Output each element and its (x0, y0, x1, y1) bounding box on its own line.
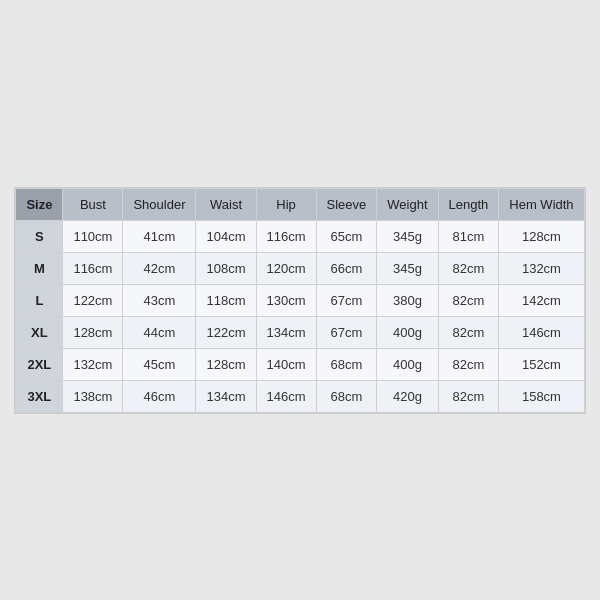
size-label: S (16, 220, 63, 252)
table-cell: 122cm (196, 316, 256, 348)
column-header-length: Length (438, 188, 499, 220)
table-cell: 65cm (316, 220, 377, 252)
table-row: 3XL138cm46cm134cm146cm68cm420g82cm158cm (16, 380, 584, 412)
table-cell: 66cm (316, 252, 377, 284)
table-cell: 46cm (123, 380, 196, 412)
table-cell: 380g (377, 284, 438, 316)
column-header-shoulder: Shoulder (123, 188, 196, 220)
table-cell: 68cm (316, 348, 377, 380)
table-cell: 41cm (123, 220, 196, 252)
table-cell: 128cm (196, 348, 256, 380)
table-cell: 82cm (438, 380, 499, 412)
table-cell: 82cm (438, 316, 499, 348)
table-cell: 140cm (256, 348, 316, 380)
table-cell: 152cm (499, 348, 584, 380)
table-cell: 110cm (63, 220, 123, 252)
table-cell: 420g (377, 380, 438, 412)
column-header-hem-width: Hem Width (499, 188, 584, 220)
column-header-hip: Hip (256, 188, 316, 220)
column-header-sleeve: Sleeve (316, 188, 377, 220)
table-cell: 104cm (196, 220, 256, 252)
table-cell: 128cm (499, 220, 584, 252)
table-row: L122cm43cm118cm130cm67cm380g82cm142cm (16, 284, 584, 316)
table-cell: 82cm (438, 348, 499, 380)
table-row: M116cm42cm108cm120cm66cm345g82cm132cm (16, 252, 584, 284)
table-cell: 44cm (123, 316, 196, 348)
table-cell: 42cm (123, 252, 196, 284)
size-label: XL (16, 316, 63, 348)
column-header-size: Size (16, 188, 63, 220)
size-label: L (16, 284, 63, 316)
table-cell: 128cm (63, 316, 123, 348)
column-header-bust: Bust (63, 188, 123, 220)
size-label: M (16, 252, 63, 284)
table-cell: 132cm (499, 252, 584, 284)
table-cell: 345g (377, 252, 438, 284)
table-row: XL128cm44cm122cm134cm67cm400g82cm146cm (16, 316, 584, 348)
table-cell: 82cm (438, 252, 499, 284)
table-cell: 158cm (499, 380, 584, 412)
table-cell: 67cm (316, 316, 377, 348)
table-cell: 68cm (316, 380, 377, 412)
table-cell: 400g (377, 316, 438, 348)
table-cell: 43cm (123, 284, 196, 316)
table-cell: 142cm (499, 284, 584, 316)
size-label: 2XL (16, 348, 63, 380)
table-cell: 146cm (499, 316, 584, 348)
column-header-waist: Waist (196, 188, 256, 220)
table-cell: 122cm (63, 284, 123, 316)
table-cell: 134cm (196, 380, 256, 412)
table-cell: 146cm (256, 380, 316, 412)
size-chart-table: SizeBustShoulderWaistHipSleeveWeightLeng… (15, 188, 584, 413)
table-cell: 120cm (256, 252, 316, 284)
table-cell: 134cm (256, 316, 316, 348)
table-header-row: SizeBustShoulderWaistHipSleeveWeightLeng… (16, 188, 584, 220)
table-cell: 132cm (63, 348, 123, 380)
table-cell: 82cm (438, 284, 499, 316)
size-chart-wrapper: SizeBustShoulderWaistHipSleeveWeightLeng… (14, 187, 585, 414)
table-cell: 116cm (63, 252, 123, 284)
column-header-weight: Weight (377, 188, 438, 220)
table-row: S110cm41cm104cm116cm65cm345g81cm128cm (16, 220, 584, 252)
table-row: 2XL132cm45cm128cm140cm68cm400g82cm152cm (16, 348, 584, 380)
size-label: 3XL (16, 380, 63, 412)
table-cell: 116cm (256, 220, 316, 252)
table-cell: 138cm (63, 380, 123, 412)
table-body: S110cm41cm104cm116cm65cm345g81cm128cmM11… (16, 220, 584, 412)
table-cell: 130cm (256, 284, 316, 316)
table-cell: 67cm (316, 284, 377, 316)
table-cell: 45cm (123, 348, 196, 380)
table-cell: 108cm (196, 252, 256, 284)
table-cell: 118cm (196, 284, 256, 316)
table-cell: 81cm (438, 220, 499, 252)
table-cell: 400g (377, 348, 438, 380)
table-cell: 345g (377, 220, 438, 252)
